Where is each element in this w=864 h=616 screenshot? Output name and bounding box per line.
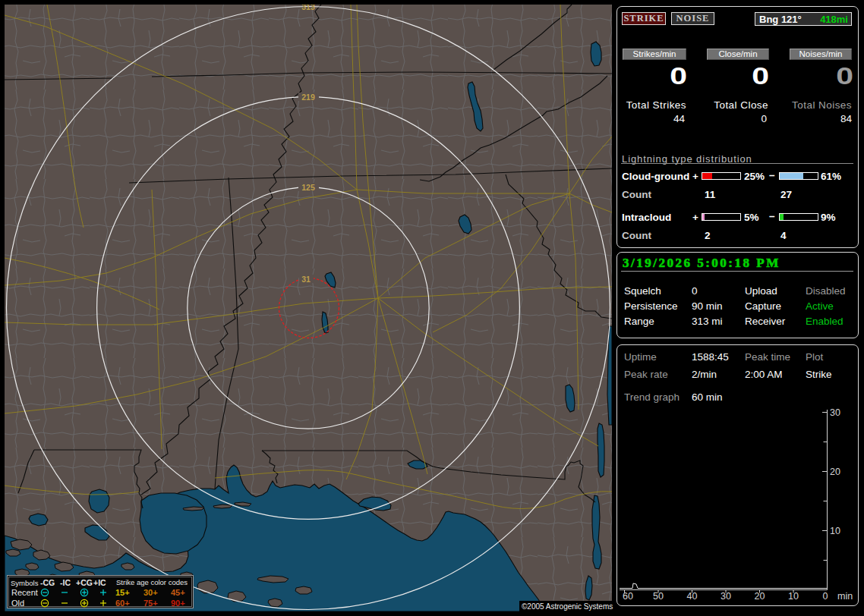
svg-text:31: 31 xyxy=(301,275,311,284)
svg-text:50: 50 xyxy=(653,591,664,602)
svg-text:30: 30 xyxy=(830,407,840,418)
svg-text:125: 125 xyxy=(301,183,315,192)
svg-text:313: 313 xyxy=(301,2,315,11)
svg-text:219: 219 xyxy=(301,93,315,102)
svg-text:40: 40 xyxy=(687,591,698,602)
svg-text:0: 0 xyxy=(823,591,828,602)
svg-text:20: 20 xyxy=(755,591,765,602)
svg-text:10: 10 xyxy=(788,591,799,602)
svg-text:min: min xyxy=(837,591,853,602)
svg-text:20: 20 xyxy=(830,467,840,477)
svg-text:30: 30 xyxy=(721,591,731,602)
svg-text:10: 10 xyxy=(830,526,840,536)
svg-text:60: 60 xyxy=(623,591,633,602)
